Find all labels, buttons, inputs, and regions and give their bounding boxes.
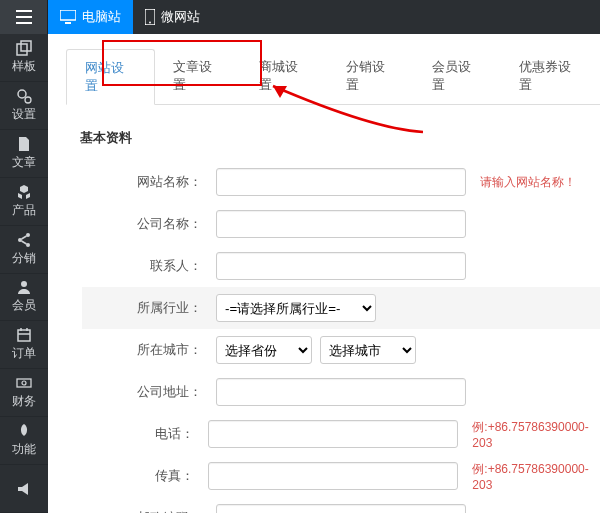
bullhorn-icon <box>16 481 32 497</box>
header-bar: 电脑站 微网站 <box>0 0 600 34</box>
sidebar-item-label: 会员 <box>12 297 36 314</box>
sidebar-item-label: 财务 <box>12 393 36 410</box>
label-address: 公司地址： <box>82 383 210 401</box>
label-phone: 电话： <box>82 425 202 443</box>
cubes-icon <box>16 184 32 200</box>
menu-toggle[interactable] <box>0 0 48 34</box>
site-tab-pc[interactable]: 电脑站 <box>48 0 133 34</box>
sidebar: 样板 设置 文章 产品 分销 会员 订单 财务 功能 <box>0 34 48 513</box>
sidebar-item-label: 文章 <box>12 154 36 171</box>
sidebar-item-product[interactable]: 产品 <box>0 178 48 226</box>
hint-fax: 例:+86.75786390000-203 <box>472 461 600 492</box>
svg-point-6 <box>149 22 151 24</box>
tab-member-settings[interactable]: 会员设置 <box>414 49 501 105</box>
sidebar-item-order[interactable]: 订单 <box>0 321 48 369</box>
contact-input[interactable] <box>216 252 466 280</box>
sidebar-item-finance[interactable]: 财务 <box>0 369 48 417</box>
sidebar-item-member[interactable]: 会员 <box>0 274 48 322</box>
section-title: 基本资料 <box>80 129 600 147</box>
tab-label: 分销设置 <box>346 59 385 92</box>
clone-icon <box>16 40 32 56</box>
svg-rect-16 <box>17 379 31 387</box>
sidebar-item-function[interactable]: 功能 <box>0 417 48 465</box>
sidebar-item-label: 分销 <box>12 250 36 267</box>
sidebar-item-label: 样板 <box>12 58 36 75</box>
file-icon <box>16 136 32 152</box>
tab-label: 网站设置 <box>85 60 124 93</box>
tab-label: 优惠券设置 <box>519 59 571 92</box>
label-city: 所在城市： <box>82 341 210 359</box>
bars-icon <box>16 10 32 24</box>
site-name-input[interactable] <box>216 168 466 196</box>
tab-label: 文章设置 <box>173 59 212 92</box>
label-fax: 传真： <box>82 467 202 485</box>
calendar-icon <box>16 327 32 343</box>
address-input[interactable] <box>216 378 466 406</box>
label-industry: 所属行业： <box>82 299 210 317</box>
industry-select[interactable]: -=请选择所属行业=- <box>216 294 376 322</box>
svg-point-10 <box>25 97 31 103</box>
svg-rect-1 <box>16 16 32 18</box>
mobile-icon <box>145 9 155 25</box>
province-select[interactable]: 选择省份 <box>216 336 312 364</box>
rocket-icon <box>16 423 32 439</box>
city-select[interactable]: 选择城市 <box>320 336 416 364</box>
svg-rect-8 <box>21 41 31 51</box>
tab-label: 商城设置 <box>259 59 298 92</box>
hint-site-name: 请输入网站名称！ <box>480 174 576 191</box>
label-company: 公司名称： <box>82 215 210 233</box>
sidebar-item-label: 订单 <box>12 345 36 362</box>
sidebar-item-label: 产品 <box>12 202 36 219</box>
svg-point-17 <box>22 381 26 385</box>
tabs: 网站设置 文章设置 商城设置 分销设置 会员设置 优惠券设置 <box>66 48 600 105</box>
svg-point-14 <box>21 281 27 287</box>
svg-rect-4 <box>65 22 71 24</box>
fax-input[interactable] <box>208 462 458 490</box>
monitor-icon <box>60 10 76 24</box>
sidebar-item-more[interactable] <box>0 465 48 513</box>
tab-site-settings[interactable]: 网站设置 <box>66 49 155 105</box>
sidebar-item-label: 设置 <box>12 106 36 123</box>
user-icon <box>16 279 32 295</box>
site-tab-mobile[interactable]: 微网站 <box>133 0 212 34</box>
svg-rect-0 <box>16 10 32 12</box>
label-zip: 邮政编码： <box>82 509 210 513</box>
main-content: 网站设置 文章设置 商城设置 分销设置 会员设置 优惠券设置 基本资料 网站名称… <box>48 34 600 513</box>
hint-phone: 例:+86.75786390000-203 <box>472 419 600 450</box>
svg-rect-15 <box>18 330 30 341</box>
company-input[interactable] <box>216 210 466 238</box>
share-icon <box>16 232 32 248</box>
label-site-name: 网站名称： <box>82 173 210 191</box>
tab-mall-settings[interactable]: 商城设置 <box>241 49 328 105</box>
site-tab-mobile-label: 微网站 <box>161 8 200 26</box>
sidebar-item-article[interactable]: 文章 <box>0 130 48 178</box>
sidebar-item-settings[interactable]: 设置 <box>0 82 48 130</box>
basic-info-form: 网站名称：请输入网站名称！ 公司名称： 联系人： 所属行业：-=请选择所属行业=… <box>48 161 600 513</box>
phone-input[interactable] <box>208 420 458 448</box>
tab-article-settings[interactable]: 文章设置 <box>155 49 242 105</box>
zip-input[interactable] <box>216 504 466 513</box>
banknote-icon <box>16 375 32 391</box>
site-tab-pc-label: 电脑站 <box>82 8 121 26</box>
tab-label: 会员设置 <box>432 59 471 92</box>
svg-rect-3 <box>60 10 76 20</box>
svg-rect-7 <box>17 44 27 55</box>
cogs-icon <box>16 88 32 104</box>
svg-rect-2 <box>16 22 32 24</box>
sidebar-item-template[interactable]: 样板 <box>0 34 48 82</box>
tab-distribution-settings[interactable]: 分销设置 <box>328 49 415 105</box>
tab-coupon-settings[interactable]: 优惠券设置 <box>501 49 600 105</box>
label-contact: 联系人： <box>82 257 210 275</box>
svg-point-9 <box>18 90 26 98</box>
sidebar-item-distribution[interactable]: 分销 <box>0 226 48 274</box>
sidebar-item-label: 功能 <box>12 441 36 458</box>
